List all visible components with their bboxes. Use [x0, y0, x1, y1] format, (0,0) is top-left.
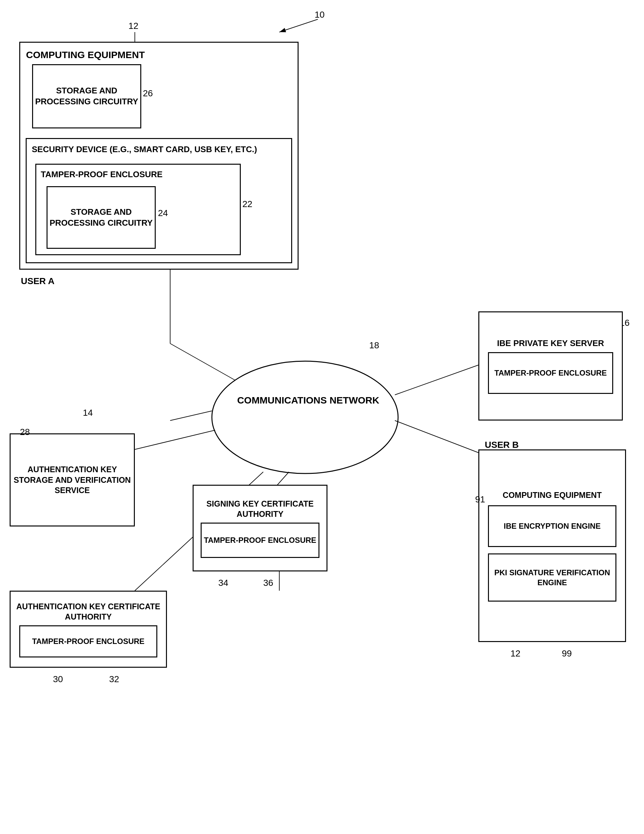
svg-line-9	[135, 430, 215, 449]
ref-10: 10	[315, 10, 325, 20]
storage-proc-26-box: STORAGE AND PROCESSING CIRCUITRY	[32, 64, 141, 128]
svg-line-7	[395, 420, 478, 453]
ref-22: 22	[243, 199, 252, 209]
pki-signature-box: PKI SIGNATURE VERIFICATION ENGINE	[488, 553, 616, 601]
tamper-proof-auth-box: TAMPER-PROOF ENCLOSURE	[19, 626, 157, 658]
storage-proc-24-box: STORAGE AND PROCESSING CIRCUITRY	[47, 186, 156, 249]
ref-18: 18	[369, 340, 379, 351]
ref-12-top: 12	[128, 21, 138, 31]
ibe-encryption-box: IBE ENCRYPTION ENGINE	[488, 505, 616, 547]
ref-36: 36	[263, 578, 273, 588]
ref-24: 24	[158, 208, 168, 218]
ref-99: 99	[562, 648, 572, 659]
svg-line-4	[170, 343, 244, 385]
auth-key-storage-box: AUTHENTICATION KEY STORAGE AND VERIFICAT…	[10, 433, 135, 527]
svg-line-13	[170, 411, 212, 420]
ref-14: 14	[83, 408, 93, 418]
userb-computing-box: COMPUTING EQUIPMENT IBE ENCRYPTION ENGIN…	[478, 449, 626, 642]
ref-28: 28	[20, 427, 30, 437]
ref-26: 26	[143, 88, 153, 99]
ref-91: 91	[475, 495, 485, 504]
auth-key-cert-box: AUTHENTICATION KEY CERTIFICATE AUTHORITY…	[10, 591, 167, 668]
ref-34: 34	[218, 578, 228, 588]
ibe-private-key-server-box: IBE PRIVATE KEY SERVER TAMPER-PROOF ENCL…	[478, 311, 623, 420]
ref-12-bottom: 12	[510, 648, 520, 659]
svg-line-1	[279, 19, 318, 32]
comms-network-label: COMMUNICATIONS NETWORK	[215, 395, 401, 406]
user-a-label: USER A	[21, 276, 55, 286]
svg-line-6	[395, 363, 485, 395]
signing-key-cert-box: SIGNING KEY CERTIFICATE AUTHORITY TAMPER…	[193, 485, 327, 571]
svg-point-5	[212, 361, 398, 474]
ref-32: 32	[109, 674, 119, 684]
tamper-proof-signing-box: TAMPER-PROOF ENCLOSURE	[201, 523, 319, 558]
ref-30: 30	[53, 674, 63, 684]
user-b-label: USER B	[485, 440, 519, 450]
tamper-proof-ibe-box: TAMPER-PROOF ENCLOSURE	[488, 352, 613, 394]
